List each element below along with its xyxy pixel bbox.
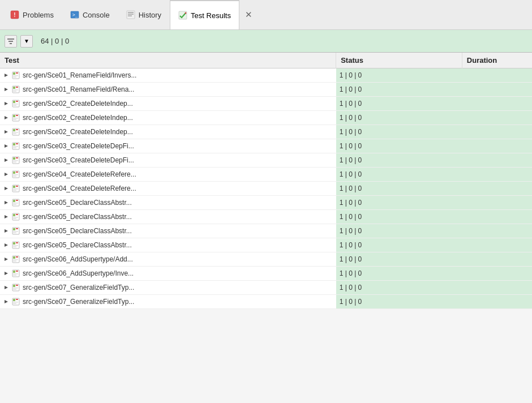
svg-rect-43 — [13, 134, 16, 135]
svg-rect-84 — [13, 231, 18, 232]
tab-console[interactable]: >_ Console — [62, 0, 118, 29]
dropdown-button[interactable]: ▼ — [20, 35, 33, 48]
svg-marker-68 — [5, 201, 8, 204]
svg-rect-61 — [13, 176, 16, 177]
filter-icon — [7, 37, 15, 45]
tab-problems[interactable]: ! Problems — [2, 0, 62, 29]
expand-arrow-icon[interactable] — [3, 256, 9, 262]
svg-rect-82 — [13, 228, 15, 230]
table-row[interactable]: src-gen/Sce05_DeclareClassAbstr... 1 | 0… — [0, 224, 532, 238]
svg-marker-14 — [5, 74, 8, 77]
svg-marker-44 — [5, 144, 8, 148]
table-row[interactable]: src-gen/Sce06_AddSupertype/Inve... 1 | 0… — [0, 267, 532, 281]
svg-marker-32 — [5, 116, 8, 119]
test-file-icon — [11, 255, 20, 264]
table-row[interactable]: src-gen/Sce03_CreateDeleteDepFi... 1 | 0… — [0, 153, 532, 168]
results-table: Test Status Duration — [0, 53, 532, 68]
test-status: 1 | 0 | 0 — [336, 83, 462, 97]
svg-marker-92 — [5, 258, 8, 261]
test-status: 1 | 0 | 0 — [336, 168, 462, 182]
table-row[interactable]: src-gen/Sce01_RenameField/Rena... 1 | 0 … — [0, 83, 532, 97]
svg-rect-31 — [13, 105, 16, 106]
expand-arrow-icon[interactable] — [3, 172, 9, 177]
svg-rect-115 — [13, 303, 16, 305]
expand-arrow-icon[interactable] — [3, 242, 9, 248]
tab-problems-label: Problems — [23, 11, 54, 19]
svg-rect-55 — [13, 162, 16, 163]
table-row[interactable]: src-gen/Sce02_CreateDeleteIndep... 1 | 0… — [0, 111, 532, 125]
svg-rect-64 — [13, 186, 15, 188]
svg-rect-34 — [13, 115, 15, 117]
test-status: 1 | 0 | 0 — [336, 68, 462, 83]
test-name: src-gen/Sce02_CreateDeleteIndep... — [23, 100, 133, 108]
expand-arrow-icon[interactable] — [3, 115, 9, 121]
expand-arrow-icon[interactable] — [3, 299, 9, 305]
test-name: src-gen/Sce07_GeneralizeFieldTyp... — [23, 298, 134, 306]
svg-rect-48 — [13, 146, 18, 147]
expand-arrow-icon[interactable] — [3, 214, 9, 220]
svg-rect-83 — [16, 228, 18, 229]
svg-rect-109 — [13, 289, 16, 290]
table-row[interactable]: src-gen/Sce07_GeneralizeFieldTyp... 1 | … — [0, 281, 532, 295]
table-row[interactable]: src-gen/Sce02_CreateDeleteIndep... 1 | 0… — [0, 125, 532, 139]
expand-arrow-icon[interactable] — [3, 143, 9, 149]
expand-arrow-icon[interactable] — [3, 87, 9, 92]
svg-rect-17 — [16, 72, 18, 74]
test-duration — [462, 281, 532, 295]
problems-icon: ! — [10, 10, 19, 19]
table-row[interactable]: src-gen/Sce02_CreateDeleteIndep... 1 | 0… — [0, 97, 532, 111]
expand-arrow-icon[interactable] — [3, 285, 9, 290]
svg-marker-104 — [5, 286, 8, 289]
table-body-container[interactable]: src-gen/Sce01_RenameField/Invers... 1 | … — [0, 68, 532, 400]
tab-test-results[interactable]: Test Results — [170, 0, 239, 29]
table-row[interactable]: src-gen/Sce06_AddSupertype/Add... 1 | 0 … — [0, 252, 532, 267]
svg-rect-65 — [16, 186, 18, 187]
expand-arrow-icon[interactable] — [3, 271, 9, 276]
test-file-icon — [11, 156, 20, 165]
test-status: 1 | 0 | 0 — [336, 224, 462, 238]
table-row[interactable]: src-gen/Sce05_DeclareClassAbstr... 1 | 0… — [0, 196, 532, 210]
test-file-icon — [11, 297, 20, 306]
test-duration — [462, 182, 532, 196]
test-status: 1 | 0 | 0 — [336, 153, 462, 168]
table-row[interactable]: src-gen/Sce03_CreateDeleteDepFi... 1 | 0… — [0, 139, 532, 153]
svg-rect-97 — [13, 261, 16, 262]
filter-button[interactable] — [5, 35, 17, 48]
expand-arrow-icon[interactable] — [3, 72, 9, 78]
svg-rect-71 — [16, 200, 18, 201]
expand-arrow-icon[interactable] — [3, 129, 9, 135]
test-file-icon — [11, 198, 20, 207]
svg-rect-30 — [13, 104, 18, 105]
table-row[interactable]: src-gen/Sce04_CreateDeleteRefere... 1 | … — [0, 168, 532, 182]
svg-marker-26 — [5, 102, 8, 105]
svg-rect-60 — [13, 174, 18, 175]
table-row[interactable]: src-gen/Sce04_CreateDeleteRefere... 1 | … — [0, 182, 532, 196]
col-header-duration: Duration — [462, 53, 532, 68]
expand-arrow-icon[interactable] — [3, 228, 9, 234]
test-status: 1 | 0 | 0 — [336, 238, 462, 252]
svg-rect-90 — [13, 245, 18, 246]
test-name: src-gen/Sce05_DeclareClassAbstr... — [23, 241, 132, 249]
table-row[interactable]: src-gen/Sce07_GeneralizeFieldTyp... 1 | … — [0, 295, 532, 309]
svg-rect-16 — [13, 72, 15, 75]
table-row[interactable]: src-gen/Sce01_RenameField/Invers... 1 | … — [0, 68, 532, 83]
table-row[interactable]: src-gen/Sce05_DeclareClassAbstr... 1 | 0… — [0, 238, 532, 252]
svg-marker-80 — [5, 229, 8, 233]
svg-rect-53 — [16, 157, 18, 158]
expand-arrow-icon[interactable] — [3, 186, 9, 191]
svg-rect-102 — [13, 273, 18, 275]
results-table-body: src-gen/Sce01_RenameField/Invers... 1 | … — [0, 68, 532, 309]
tab-close[interactable]: ✕ — [239, 0, 259, 29]
test-name: src-gen/Sce02_CreateDeleteIndep... — [23, 114, 133, 122]
expand-arrow-icon[interactable] — [3, 200, 9, 205]
test-status: 1 | 0 | 0 — [336, 139, 462, 153]
test-duration — [462, 224, 532, 238]
svg-rect-76 — [13, 214, 15, 216]
table-row[interactable]: src-gen/Sce05_DeclareClassAbstr... 1 | 0… — [0, 210, 532, 224]
expand-arrow-icon[interactable] — [3, 157, 9, 163]
test-file-icon — [11, 283, 20, 292]
tab-history[interactable]: History — [118, 0, 170, 29]
test-name: src-gen/Sce01_RenameField/Rena... — [23, 85, 134, 93]
expand-arrow-icon[interactable] — [3, 101, 9, 106]
test-file-icon — [11, 99, 20, 108]
